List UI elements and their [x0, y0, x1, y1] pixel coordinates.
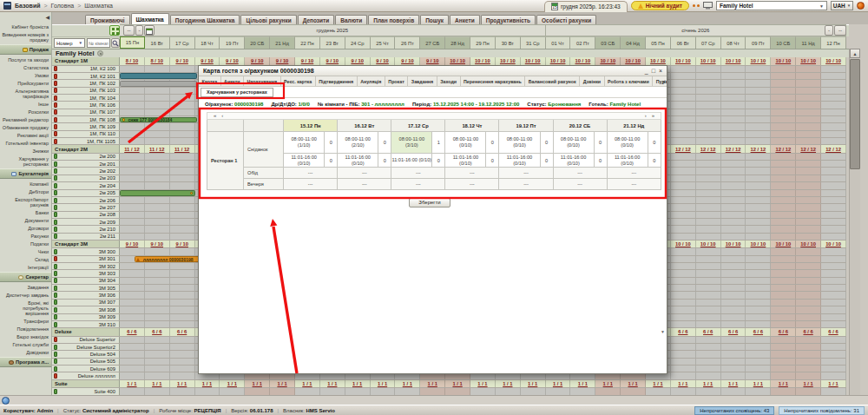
grid-cell[interactable]: [746, 204, 771, 210]
availability-cell[interactable]: 10 / 10: [546, 57, 571, 65]
availability-cell[interactable]: 10 / 10: [696, 240, 721, 248]
grid-cell[interactable]: [120, 168, 145, 174]
sidebar-section-16[interactable]: Бухгалтерія: [0, 168, 52, 179]
grid-cell[interactable]: [696, 226, 721, 232]
availability-cell[interactable]: 1 / 1: [120, 380, 145, 388]
grid-cell[interactable]: [120, 278, 145, 284]
breakfast-slot2-4[interactable]: 11:01-16:00(0/10): [499, 154, 540, 168]
sidebar-item-5[interactable]: Умови: [0, 71, 52, 79]
grid-cell[interactable]: [746, 263, 771, 269]
availability-cell[interactable]: 12 / 12: [746, 145, 771, 153]
grid-cell[interactable]: [821, 306, 846, 313]
grid-cell[interactable]: [420, 388, 445, 394]
availability-cell[interactable]: 1 / 1: [821, 380, 846, 388]
grid-cell[interactable]: [771, 88, 796, 94]
grid-cell[interactable]: [771, 388, 796, 394]
grid-cell[interactable]: [746, 321, 771, 327]
grid-cell[interactable]: [120, 138, 145, 144]
grid-cell[interactable]: [671, 306, 696, 313]
grid-cell[interactable]: [721, 344, 746, 350]
availability-cell[interactable]: 12 / 12: [671, 145, 696, 153]
availability-cell[interactable]: 9 / 10: [345, 57, 371, 65]
grid-cell[interactable]: [721, 314, 746, 320]
dialog-tab-10[interactable]: Балансовий рахунок: [525, 76, 580, 86]
grid-cell[interactable]: [771, 66, 796, 72]
night-audit-button[interactable]: Нічний аудит: [631, 1, 689, 10]
grid-cell[interactable]: [170, 292, 195, 298]
grid-cell[interactable]: [170, 278, 195, 284]
grid-cell[interactable]: [796, 226, 821, 232]
grid-cell[interactable]: [170, 300, 195, 306]
grid-cell[interactable]: [746, 351, 771, 357]
grid-cell[interactable]: [470, 388, 496, 394]
grid-cell[interactable]: [696, 234, 721, 240]
day-header-7[interactable]: 22 Пн: [295, 36, 320, 49]
grid-cell[interactable]: [771, 321, 796, 327]
grid-cell[interactable]: [170, 131, 195, 137]
availability-cell[interactable]: 10 / 10: [696, 57, 721, 65]
grid-cell[interactable]: [746, 337, 771, 343]
grid-cell[interactable]: [721, 66, 746, 72]
grid-cell[interactable]: [721, 161, 746, 167]
scrollbar-thumb[interactable]: [850, 59, 860, 169]
grid-cell[interactable]: [696, 168, 721, 174]
availability-cell[interactable]: 1 / 1: [270, 380, 295, 388]
availability-cell[interactable]: 1 / 1: [245, 380, 270, 388]
grid-cell[interactable]: [696, 175, 721, 181]
availability-cell[interactable]: 10 / 10: [796, 57, 821, 65]
availability-cell[interactable]: 12 / 12: [696, 145, 721, 153]
availability-cell[interactable]: 10 / 10: [621, 57, 646, 65]
breakfast-count1-2[interactable]: 1: [432, 132, 445, 154]
grid-cell[interactable]: [671, 263, 696, 269]
grid-cell[interactable]: [696, 204, 721, 210]
grid-cell[interactable]: [721, 197, 746, 203]
grid-cell[interactable]: [671, 270, 696, 276]
sidebar-item-4[interactable]: Статистика: [0, 63, 52, 71]
tab-2[interactable]: Погодинна Шахматка: [170, 15, 240, 24]
grid-cell[interactable]: [821, 102, 846, 108]
availability-cell[interactable]: 1 / 1: [371, 380, 396, 388]
grid-cell[interactable]: [721, 219, 746, 225]
grid-cell[interactable]: [696, 95, 721, 101]
grid-cell[interactable]: [671, 131, 696, 137]
grid-cell[interactable]: [671, 95, 696, 101]
search-button[interactable]: [111, 38, 120, 48]
availability-cell[interactable]: 9 / 10: [420, 57, 445, 65]
meal-day-header-4[interactable]: 19.12 Пт: [499, 120, 553, 132]
grid-cell[interactable]: [170, 182, 195, 188]
grid-cell[interactable]: [145, 321, 170, 327]
grid-cell[interactable]: [796, 190, 821, 196]
grid-cell[interactable]: [746, 66, 771, 72]
grid-cell[interactable]: [671, 102, 696, 108]
grid-cell[interactable]: [771, 131, 796, 137]
grid-cell[interactable]: [170, 372, 195, 379]
grid-cell[interactable]: [746, 388, 771, 394]
grid-cell[interactable]: [771, 256, 796, 262]
sidebar-item-20[interactable]: Банки: [0, 208, 52, 216]
grid-cell[interactable]: [721, 109, 746, 115]
grid-cell[interactable]: [120, 66, 145, 72]
grid-cell[interactable]: [721, 204, 746, 210]
sidebar-item-13[interactable]: Готельний інвентар: [0, 139, 52, 147]
grid-cell[interactable]: [821, 88, 846, 94]
breakfast-slot2-0[interactable]: 11:01-16:00(0/10): [284, 154, 325, 168]
grid-cell[interactable]: [371, 388, 396, 394]
grid-cell[interactable]: [696, 80, 721, 86]
grid-cell[interactable]: [746, 102, 771, 108]
grid-cell[interactable]: [696, 256, 721, 262]
grid-cell[interactable]: [746, 123, 771, 129]
availability-cell[interactable]: 10 / 10: [445, 57, 470, 65]
grid-cell[interactable]: [145, 219, 170, 225]
tab-3[interactable]: Цільові рахунки: [240, 15, 296, 24]
grid-cell[interactable]: [796, 278, 821, 284]
grid-cell[interactable]: [671, 66, 696, 72]
grid-cell[interactable]: [120, 226, 145, 232]
grid-cell[interactable]: [696, 123, 721, 129]
grid-cell[interactable]: [696, 337, 721, 343]
grid-cell[interactable]: [771, 204, 796, 210]
grid-cell[interactable]: [721, 351, 746, 357]
grid-cell[interactable]: [120, 359, 145, 365]
grid-cell[interactable]: [721, 306, 746, 313]
breakfast-slot1-2[interactable]: 08:00-11:00(3/10): [391, 132, 432, 154]
sidebar-item-0[interactable]: Кабінет броніста: [0, 23, 52, 30]
